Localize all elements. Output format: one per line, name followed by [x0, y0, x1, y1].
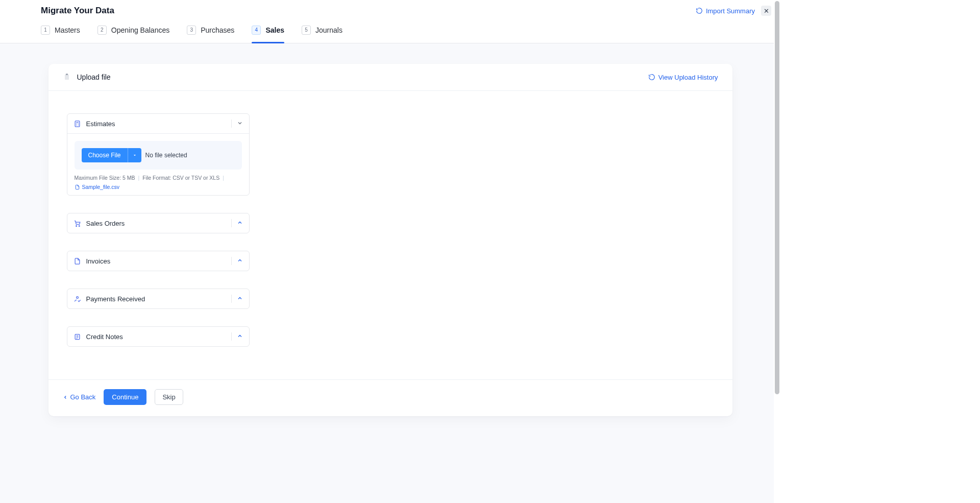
tab-number: 4	[252, 26, 261, 35]
history-icon	[648, 74, 655, 81]
file-format-label: File Format: CSV or TSV or XLS	[142, 175, 219, 181]
sample-file-link[interactable]: Sample_file.csv	[75, 184, 120, 190]
svg-marker-8	[134, 155, 136, 156]
svg-point-9	[76, 225, 77, 226]
step-tabs: 1Masters2Opening Balances3Purchases4Sale…	[0, 17, 780, 43]
section-header[interactable]: Sales Orders	[67, 213, 249, 233]
file-upload-row: Choose FileNo file selected	[75, 141, 242, 170]
tab-number: 1	[41, 26, 50, 35]
tab-masters[interactable]: 1Masters	[41, 20, 80, 43]
calc-icon	[74, 120, 81, 128]
section-header[interactable]: Payments Received	[67, 289, 249, 308]
section-title: Sales Orders	[86, 220, 226, 227]
divider	[231, 295, 232, 303]
chevron-up-icon	[237, 294, 243, 303]
history-icon	[696, 7, 703, 14]
no-file-label: No file selected	[145, 152, 187, 159]
section-title: Invoices	[86, 257, 226, 265]
choose-file-button[interactable]: Choose File	[82, 148, 128, 162]
go-back-label: Go Back	[70, 393, 96, 401]
sample-file-label: Sample_file.csv	[82, 184, 120, 190]
upload-title: Upload file	[77, 73, 111, 81]
cart-icon	[74, 220, 81, 227]
tab-label: Opening Balances	[111, 26, 169, 34]
continue-button[interactable]: Continue	[104, 389, 146, 405]
chevron-up-icon	[237, 219, 243, 228]
view-upload-history-link[interactable]: View Upload History	[648, 74, 718, 81]
divider: |	[138, 175, 140, 181]
scrollbar-thumb[interactable]	[775, 1, 779, 394]
svg-point-10	[79, 225, 80, 226]
divider	[231, 257, 232, 265]
close-icon: ✕	[764, 7, 769, 15]
section-title: Estimates	[86, 120, 226, 128]
hand-icon	[74, 295, 81, 303]
divider	[231, 119, 232, 128]
section-header[interactable]: Invoices	[67, 251, 249, 271]
tab-label: Purchases	[201, 26, 234, 34]
svg-rect-2	[75, 121, 80, 126]
svg-rect-0	[65, 75, 69, 80]
section-header[interactable]: Estimates	[67, 114, 249, 133]
chevron-up-icon	[237, 256, 243, 266]
divider: |	[223, 175, 224, 181]
tab-purchases[interactable]: 3Purchases	[187, 20, 234, 43]
tab-opening-balances[interactable]: 2Opening Balances	[97, 20, 169, 43]
view-upload-history-label: View Upload History	[658, 74, 718, 81]
tab-journals[interactable]: 5Journals	[302, 20, 342, 43]
section-credit-notes: Credit Notes	[67, 326, 250, 347]
tab-number: 5	[302, 26, 311, 35]
divider	[231, 332, 232, 341]
section-header[interactable]: Credit Notes	[67, 327, 249, 346]
chevron-left-icon	[63, 395, 68, 400]
section-sales-orders: Sales Orders	[67, 213, 250, 233]
file-icon	[75, 184, 80, 190]
choose-file-dropdown[interactable]	[128, 148, 141, 162]
tab-label: Journals	[315, 26, 342, 34]
section-title: Payments Received	[86, 295, 226, 303]
import-summary-label: Import Summary	[706, 7, 755, 15]
tab-number: 2	[97, 26, 107, 35]
tab-number: 3	[187, 26, 196, 35]
max-file-size-label: Maximum File Size: 5 MB	[75, 175, 135, 181]
page-title: Migrate Your Data	[41, 6, 114, 16]
tab-sales[interactable]: 4Sales	[252, 20, 284, 43]
section-body: Choose FileNo file selectedMaximum File …	[67, 133, 249, 195]
skip-button[interactable]: Skip	[155, 389, 183, 405]
caret-down-icon	[133, 153, 137, 157]
divider	[231, 219, 232, 227]
chevron-down-icon	[237, 119, 243, 128]
svg-rect-1	[66, 74, 68, 75]
vertical-scrollbar[interactable]	[774, 0, 780, 503]
import-summary-link[interactable]: Import Summary	[694, 6, 757, 16]
section-invoices: Invoices	[67, 251, 250, 271]
svg-point-11	[76, 296, 78, 298]
tab-label: Sales	[265, 26, 284, 34]
close-button[interactable]: ✕	[761, 6, 771, 16]
chevron-up-icon	[237, 332, 243, 341]
clipboard-icon	[63, 73, 71, 81]
section-estimates: EstimatesChoose FileNo file selectedMaxi…	[67, 113, 250, 196]
note-icon	[74, 333, 81, 341]
tab-label: Masters	[55, 26, 80, 34]
section-title: Credit Notes	[86, 333, 226, 341]
section-payments-received: Payments Received	[67, 289, 250, 309]
file-icon	[74, 257, 81, 265]
go-back-button[interactable]: Go Back	[63, 393, 96, 401]
